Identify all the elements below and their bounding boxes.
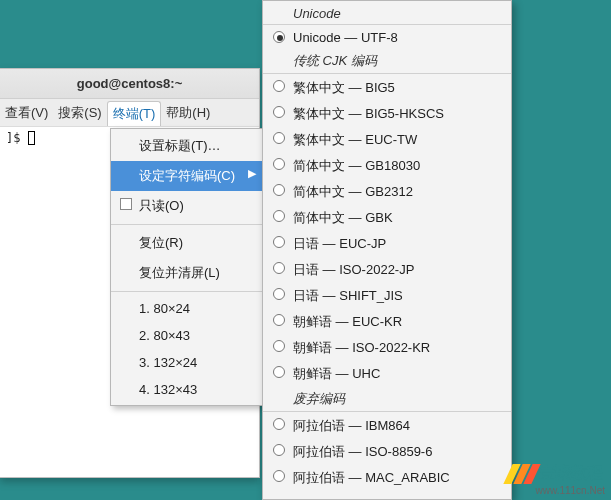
menu-search[interactable]: 搜索(S) xyxy=(53,99,106,126)
menu-item-set-title[interactable]: 设置标题(T)… xyxy=(111,131,264,161)
radio-icon xyxy=(273,132,285,144)
radio-icon xyxy=(273,288,285,300)
encoding-option[interactable]: 朝鲜语 — UHC xyxy=(263,361,511,387)
encoding-option[interactable]: 日语 — ISO-2022-JP xyxy=(263,257,511,283)
radio-icon xyxy=(273,236,285,248)
radio-icon xyxy=(273,31,285,43)
encoding-option[interactable]: 简体中文 — GB2312 xyxy=(263,179,511,205)
encoding-option-label: 阿拉伯语 — MAC_ARABIC xyxy=(293,470,450,485)
encoding-option-label: 日语 — EUC-JP xyxy=(293,236,386,251)
encoding-option[interactable]: 繁体中文 — BIG5 xyxy=(263,75,511,101)
encoding-option[interactable]: 朝鲜语 — EUC-KR xyxy=(263,309,511,335)
cursor xyxy=(28,131,35,145)
radio-icon xyxy=(273,418,285,430)
menu-item-size-80x24[interactable]: 1. 80×24 xyxy=(111,295,264,322)
encoding-option-label: 日语 — ISO-2022-JP xyxy=(293,262,414,277)
menu-item-size-132x24[interactable]: 3. 132×24 xyxy=(111,349,264,376)
menu-item-size-80x43[interactable]: 2. 80×43 xyxy=(111,322,264,349)
radio-icon xyxy=(273,470,285,482)
menu-item-reset-clear[interactable]: 复位并清屏(L) xyxy=(111,258,264,288)
prompt: ]$ xyxy=(6,131,28,145)
encoding-option-label: Unicode — UTF-8 xyxy=(293,30,398,45)
terminal-menu: 设置标题(T)… 设定字符编码(C) ▶ 只读(O) 复位(R) 复位并清屏(L… xyxy=(110,128,265,406)
encoding-option-label: 阿拉伯语 — IBM864 xyxy=(293,418,410,433)
radio-icon xyxy=(273,210,285,222)
encoding-option[interactable]: 简体中文 — GBK xyxy=(263,205,511,231)
encoding-option-label: 朝鲜语 — EUC-KR xyxy=(293,314,402,329)
encoding-submenu: UnicodeUnicode — UTF-8传统 CJK 编码繁体中文 — BI… xyxy=(262,0,512,500)
encoding-option-label: 日语 — SHIFT_JIS xyxy=(293,288,403,303)
menu-view[interactable]: 查看(V) xyxy=(0,99,53,126)
menubar: 查看(V) 搜索(S) 终端(T) 帮助(H) xyxy=(0,99,259,127)
encoding-option-label: 繁体中文 — EUC-TW xyxy=(293,132,417,147)
checkbox-icon xyxy=(120,198,132,210)
encoding-option-label: 简体中文 — GB2312 xyxy=(293,184,413,199)
radio-icon xyxy=(273,314,285,326)
encoding-option-label: 朝鲜语 — ISO-2022-KR xyxy=(293,340,430,355)
menu-item-set-encoding[interactable]: 设定字符编码(C) ▶ xyxy=(111,161,264,191)
radio-icon xyxy=(273,366,285,378)
stripes-icon xyxy=(508,464,536,484)
encoding-option[interactable]: 阿拉伯语 — MAC_ARABIC xyxy=(263,465,511,491)
menu-help[interactable]: 帮助(H) xyxy=(161,99,215,126)
encoding-group-header: 废弃编码 xyxy=(263,387,511,412)
encoding-option-label: 阿拉伯语 — ISO-8859-6 xyxy=(293,444,432,459)
separator xyxy=(111,291,264,292)
radio-icon xyxy=(273,340,285,352)
encoding-option[interactable]: 阿拉伯语 — IBM864 xyxy=(263,413,511,439)
encoding-option-label: 简体中文 — GB18030 xyxy=(293,158,420,173)
encoding-option[interactable]: 日语 — EUC-JP xyxy=(263,231,511,257)
menu-item-reset[interactable]: 复位(R) xyxy=(111,228,264,258)
menu-item-readonly[interactable]: 只读(O) xyxy=(111,191,264,221)
radio-icon xyxy=(273,262,285,274)
brand-text: 壹聚教程 xyxy=(539,463,603,484)
menu-item-size-132x43[interactable]: 4. 132×43 xyxy=(111,376,264,403)
radio-icon xyxy=(273,184,285,196)
encoding-group-header: 传统 CJK 编码 xyxy=(263,49,511,74)
encoding-option[interactable]: 日语 — SHIFT_JIS xyxy=(263,283,511,309)
encoding-option-label: 繁体中文 — BIG5-HKSCS xyxy=(293,106,444,121)
window-title: good@centos8:~ xyxy=(0,69,259,99)
chevron-right-icon: ▶ xyxy=(248,167,256,180)
radio-icon xyxy=(273,444,285,456)
brand-logo: 壹聚教程 xyxy=(508,463,603,484)
encoding-option[interactable]: 阿拉伯语 — ISO-8859-6 xyxy=(263,439,511,465)
encoding-option-label: 朝鲜语 — UHC xyxy=(293,366,380,381)
encoding-option-label: 简体中文 — GBK xyxy=(293,210,393,225)
encoding-option[interactable]: 简体中文 — GB18030 xyxy=(263,153,511,179)
radio-icon xyxy=(273,80,285,92)
encoding-option[interactable]: 繁体中文 — BIG5-HKSCS xyxy=(263,101,511,127)
encoding-option[interactable]: 朝鲜语 — ISO-2022-KR xyxy=(263,335,511,361)
menu-item-label: 只读(O) xyxy=(139,198,184,213)
encoding-option-label: 繁体中文 — BIG5 xyxy=(293,80,395,95)
radio-icon xyxy=(273,158,285,170)
encoding-option[interactable]: Unicode — UTF-8 xyxy=(263,26,511,49)
radio-icon xyxy=(273,106,285,118)
separator xyxy=(111,224,264,225)
watermark-url: www.111cn.Net xyxy=(536,485,605,496)
menu-terminal[interactable]: 终端(T) xyxy=(107,101,162,126)
menu-item-label: 设定字符编码(C) xyxy=(139,168,235,183)
encoding-option[interactable]: 繁体中文 — EUC-TW xyxy=(263,127,511,153)
encoding-group-header: Unicode xyxy=(263,3,511,25)
